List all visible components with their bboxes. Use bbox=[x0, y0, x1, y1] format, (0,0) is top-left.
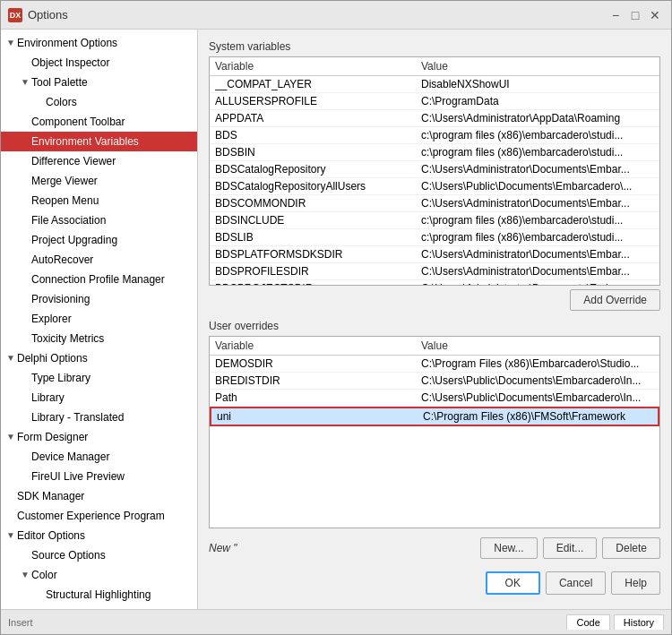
tree-item-reopen-menu[interactable]: Reopen Menu bbox=[1, 191, 197, 210]
delete-button[interactable]: Delete bbox=[602, 537, 660, 559]
tree-item-explorer[interactable]: Explorer bbox=[1, 309, 197, 329]
tree-item-autorecover[interactable]: AutoRecover bbox=[1, 250, 197, 270]
sys-var-row[interactable]: BDSPLATFORMSDKSDIRC:\Users\Administrator… bbox=[210, 246, 659, 263]
sys-var-row[interactable]: BDSCatalogRepositoryC:\Users\Administrat… bbox=[210, 161, 659, 178]
tree-label-fireui-live-preview: FireUI Live Preview bbox=[31, 468, 194, 485]
tree-item-component-toolbar[interactable]: Component Toolbar bbox=[1, 112, 197, 132]
tree-label-editor-options: Editor Options bbox=[17, 528, 194, 544]
tree-item-fireui-live-preview[interactable]: FireUI Live Preview bbox=[1, 467, 197, 486]
sys-var-name: BDSBIN bbox=[215, 146, 421, 159]
footer-status: Insert bbox=[8, 617, 33, 628]
sys-var-row[interactable]: ALLUSERSPROFILEC:\ProgramData bbox=[210, 93, 659, 110]
sys-var-row[interactable]: BDSINCLUDEc:\program files (x86)\embarca… bbox=[210, 212, 659, 229]
expand-icon-env-options: ▼ bbox=[4, 35, 17, 51]
tree-item-form-designer[interactable]: ▼Form Designer bbox=[1, 427, 197, 447]
sys-var-row[interactable]: BDSBINc:\program files (x86)\embarcadero… bbox=[210, 144, 659, 161]
user-val-col-header: Value bbox=[421, 339, 654, 352]
sys-var-name: __COMPAT_LAYER bbox=[215, 78, 421, 90]
options-window: DX Options − □ ✕ ▼Environment OptionsObj… bbox=[0, 0, 672, 635]
tree-item-library-translated[interactable]: Library - Translated bbox=[1, 408, 197, 427]
sys-var-row[interactable]: BDSCOMMONDIRC:\Users\Administrator\Docum… bbox=[210, 195, 659, 212]
bottom-btn-group: New... Edit... Delete bbox=[480, 537, 660, 559]
tree-item-sdk-manager[interactable]: SDK Manager bbox=[1, 486, 197, 506]
cancel-button[interactable]: Cancel bbox=[546, 571, 606, 595]
tree-item-editor-options[interactable]: ▼Editor Options bbox=[1, 526, 197, 545]
tree-label-type-library: Type Library bbox=[31, 370, 194, 386]
tree-label-tool-palette: Tool Palette bbox=[31, 74, 194, 90]
sys-var-name: BDSPLATFORMSDKSDIR bbox=[215, 248, 421, 261]
sys-var-row[interactable]: BDSc:\program files (x86)\embarcadero\st… bbox=[210, 127, 659, 144]
tree-item-provisioning[interactable]: Provisioning bbox=[1, 289, 197, 309]
edit-button[interactable]: Edit... bbox=[543, 537, 598, 559]
tree-item-object-inspector[interactable]: Object Inspector bbox=[1, 53, 197, 73]
sys-var-value: c:\program files (x86)\embarcadero\studi… bbox=[421, 146, 654, 159]
sys-var-row[interactable]: APPDATAC:\Users\Administrator\AppData\Ro… bbox=[210, 110, 659, 127]
new-button[interactable]: New... bbox=[480, 537, 537, 559]
user-var-col-header: Variable bbox=[215, 339, 421, 352]
sys-var-value: DisableNXShowUI bbox=[421, 78, 654, 90]
tree-item-connection-profile-manager[interactable]: Connection Profile Manager bbox=[1, 270, 197, 289]
tree-item-type-library[interactable]: Type Library bbox=[1, 368, 197, 388]
footer-tab-history[interactable]: History bbox=[614, 614, 664, 630]
close-button[interactable]: ✕ bbox=[646, 6, 664, 24]
tree-item-difference-viewer[interactable]: Difference Viewer bbox=[1, 151, 197, 171]
tree-item-environment-variables[interactable]: Environment Variables bbox=[1, 132, 197, 151]
ok-button[interactable]: OK bbox=[486, 571, 540, 595]
title-bar: DX Options − □ ✕ bbox=[1, 1, 671, 30]
sys-var-name: APPDATA bbox=[215, 112, 421, 124]
sys-vars-scroll[interactable]: __COMPAT_LAYERDisableNXShowUIALLUSERSPRO… bbox=[210, 76, 659, 285]
tree-item-merge-viewer[interactable]: Merge Viewer bbox=[1, 171, 197, 191]
help-button[interactable]: Help bbox=[611, 571, 660, 595]
expand-icon-form-designer: ▼ bbox=[4, 429, 17, 445]
tree-item-tool-palette[interactable]: ▼Tool Palette bbox=[1, 73, 197, 92]
user-var-row[interactable]: uniC:\Program Files (x86)\FMSoft\Framewo… bbox=[210, 407, 659, 426]
tree-label-color: Color bbox=[31, 567, 194, 583]
tree-item-toxicity-metrics[interactable]: Toxicity Metrics bbox=[1, 329, 197, 348]
tree-item-delphi-options[interactable]: ▼Delphi Options bbox=[1, 348, 197, 368]
tree-item-project-upgrading[interactable]: Project Upgrading bbox=[1, 230, 197, 250]
sys-var-name: BDS bbox=[215, 129, 421, 142]
tree-item-device-manager[interactable]: Device Manager bbox=[1, 447, 197, 467]
tree-item-customer-experience[interactable]: Customer Experience Program bbox=[1, 506, 197, 526]
maximize-button[interactable]: □ bbox=[626, 6, 644, 24]
user-var-name: uni bbox=[217, 410, 423, 423]
tree-label-structural-highlighting: Structural Highlighting bbox=[46, 587, 194, 603]
add-override-button[interactable]: Add Override bbox=[570, 289, 660, 311]
sys-var-value: C:\Users\Administrator\Documents\Embar..… bbox=[421, 163, 654, 176]
tree-item-colors[interactable]: Colors bbox=[1, 92, 197, 112]
sys-var-value: C:\Users\Public\Documents\Embarcadero\..… bbox=[421, 180, 654, 193]
user-var-name: Path bbox=[215, 391, 421, 404]
sys-var-row[interactable]: BDSPROJECTSDIRC:\Users\Administrator\Doc… bbox=[210, 280, 659, 285]
tree-label-connection-profile-manager: Connection Profile Manager bbox=[31, 271, 194, 287]
sys-val-col-header: Value bbox=[421, 60, 654, 73]
tree-label-library-translated: Library - Translated bbox=[31, 409, 194, 425]
sys-var-row[interactable]: BDSPROFILESDIRC:\Users\Administrator\Doc… bbox=[210, 263, 659, 280]
tree-item-file-association[interactable]: File Association bbox=[1, 210, 197, 230]
sys-var-row[interactable]: BDSLIBc:\program files (x86)\embarcadero… bbox=[210, 229, 659, 246]
user-var-value: C:\Program Files (x86)\FMSoft\Framework bbox=[423, 410, 652, 423]
footer-tab-code[interactable]: Code bbox=[566, 614, 609, 630]
tree-label-provisioning: Provisioning bbox=[31, 291, 194, 307]
user-var-row[interactable]: DEMOSDIRC:\Program Files (x86)\Embarcade… bbox=[210, 356, 659, 373]
footer-bar: Insert Code History bbox=[1, 609, 671, 634]
sys-var-row[interactable]: BDSCatalogRepositoryAllUsersC:\Users\Pub… bbox=[210, 178, 659, 195]
tree-item-color[interactable]: ▼Color bbox=[1, 565, 197, 585]
user-var-name: BREDISTDIR bbox=[215, 374, 421, 387]
sys-var-value: c:\program files (x86)\embarcadero\studi… bbox=[421, 231, 654, 244]
tree-item-structural-highlighting[interactable]: Structural Highlighting bbox=[1, 585, 197, 605]
new-label: New " bbox=[209, 542, 237, 554]
tree-panel[interactable]: ▼Environment OptionsObject Inspector▼Too… bbox=[1, 30, 198, 609]
user-overrides-scroll[interactable]: DEMOSDIRC:\Program Files (x86)\Embarcade… bbox=[210, 356, 659, 528]
user-var-row[interactable]: BREDISTDIRC:\Users\Public\Documents\Emba… bbox=[210, 373, 659, 390]
tree-item-library[interactable]: Library bbox=[1, 388, 197, 408]
sys-var-row[interactable]: __COMPAT_LAYERDisableNXShowUI bbox=[210, 76, 659, 93]
minimize-button[interactable]: − bbox=[607, 6, 625, 24]
window-controls: − □ ✕ bbox=[607, 6, 664, 24]
user-var-value: C:\Program Files (x86)\Embarcadero\Studi… bbox=[421, 357, 654, 370]
user-var-row[interactable]: PathC:\Users\Public\Documents\Embarcader… bbox=[210, 390, 659, 407]
tree-item-env-options[interactable]: ▼Environment Options bbox=[1, 33, 197, 53]
tree-label-library: Library bbox=[31, 390, 194, 406]
sys-var-name: BDSCatalogRepositoryAllUsers bbox=[215, 180, 421, 193]
tree-item-source-options[interactable]: Source Options bbox=[1, 545, 197, 565]
user-overrides-table: Variable Value DEMOSDIRC:\Program Files … bbox=[209, 336, 660, 528]
